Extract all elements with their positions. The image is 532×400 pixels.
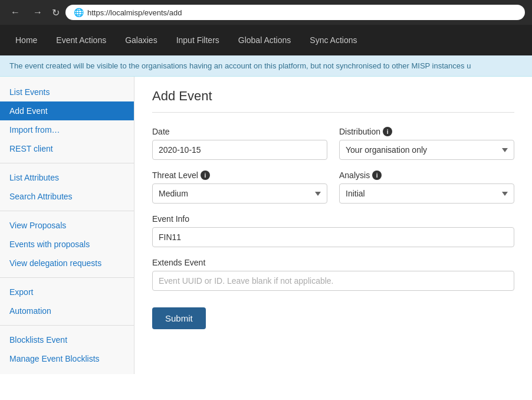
url-bar[interactable]: 🌐 https://localmisp/events/add [65, 5, 525, 20]
main-layout: List Events Add Event Import from… REST … [0, 77, 532, 374]
row-date-distribution: Date Distribution i Your organisation on… [152, 127, 514, 160]
date-input[interactable] [152, 140, 327, 160]
field-threat-level: Threat Level i LowMediumHighUndefined [152, 171, 327, 204]
browser-chrome: ← → ↻ 🌐 https://localmisp/events/add [0, 0, 532, 25]
event-info-input[interactable] [152, 227, 514, 247]
field-distribution: Distribution i Your organisation onlyThi… [339, 127, 514, 160]
refresh-button[interactable]: ↻ [52, 7, 60, 18]
threat-level-info-icon: i [201, 171, 210, 180]
main-nav: Home Event Actions Galaxies Input Filter… [0, 25, 532, 55]
extends-event-label: Extends Event [152, 258, 514, 267]
sidebar-item-manage-event-blocklists[interactable]: Manage Event Blocklists [0, 349, 134, 368]
field-analysis: Analysis i InitialOngoingCompleted [339, 171, 514, 204]
sidebar-item-view-proposals[interactable]: View Proposals [0, 216, 134, 235]
banner-text: The event created will be visible to the… [9, 61, 471, 70]
event-info-label: Event Info [152, 214, 514, 224]
globe-icon: 🌐 [74, 8, 84, 17]
sidebar-divider-2 [0, 211, 134, 211]
content-area: Add Event Date Distribution i Your organ… [134, 77, 532, 374]
sidebar-item-list-attributes[interactable]: List Attributes [0, 168, 134, 187]
date-label: Date [152, 127, 327, 136]
sidebar-item-blocklists-event[interactable]: Blocklists Event [0, 330, 134, 349]
distribution-label: Distribution i [339, 127, 514, 136]
sidebar-divider-3 [0, 277, 134, 278]
sidebar-item-view-delegation-requests[interactable]: View delegation requests [0, 254, 134, 273]
sidebar-item-import-from[interactable]: Import from… [0, 120, 134, 139]
distribution-info-icon: i [383, 127, 392, 136]
nav-galaxies[interactable]: Galaxies [116, 25, 166, 55]
nav-global-actions[interactable]: Global Actions [229, 25, 301, 55]
title-divider [152, 112, 514, 113]
analysis-info-icon: i [372, 171, 382, 180]
sidebar-item-events-with-proposals[interactable]: Events with proposals [0, 235, 134, 254]
analysis-select[interactable]: InitialOngoingCompleted [339, 183, 514, 204]
field-extends-event: Extends Event [152, 258, 514, 291]
forward-button[interactable]: → [29, 6, 46, 19]
threat-level-select[interactable]: LowMediumHighUndefined [152, 183, 327, 204]
url-text: https://localmisp/events/add [87, 8, 182, 17]
analysis-label: Analysis i [339, 171, 514, 180]
sidebar-divider-1 [0, 163, 134, 163]
nav-home[interactable]: Home [6, 25, 47, 55]
sidebar-item-automation[interactable]: Automation [0, 301, 134, 320]
sidebar-item-search-attributes[interactable]: Search Attributes [0, 187, 134, 206]
extends-event-input[interactable] [152, 271, 514, 291]
sidebar-item-list-events[interactable]: List Events [0, 83, 134, 101]
row-threat-analysis: Threat Level i LowMediumHighUndefined An… [152, 171, 514, 204]
sidebar-item-rest-client[interactable]: REST client [0, 139, 134, 158]
threat-level-label: Threat Level i [152, 171, 327, 180]
nav-sync-actions[interactable]: Sync Actions [300, 25, 366, 55]
sidebar-item-add-event[interactable]: Add Event [0, 101, 134, 120]
sidebar-divider-4 [0, 325, 134, 326]
info-banner: The event created will be visible to the… [0, 55, 532, 77]
page-title: Add Event [152, 88, 514, 104]
field-event-info: Event Info [152, 214, 514, 247]
distribution-select[interactable]: Your organisation onlyThis community onl… [339, 140, 514, 160]
nav-event-actions[interactable]: Event Actions [47, 25, 116, 55]
back-button[interactable]: ← [7, 6, 24, 19]
field-date: Date [152, 127, 327, 160]
sidebar-item-export[interactable]: Export [0, 283, 134, 301]
sidebar: List Events Add Event Import from… REST … [0, 77, 134, 374]
submit-button[interactable]: Submit [152, 307, 206, 329]
nav-input-filters[interactable]: Input Filters [167, 25, 229, 55]
